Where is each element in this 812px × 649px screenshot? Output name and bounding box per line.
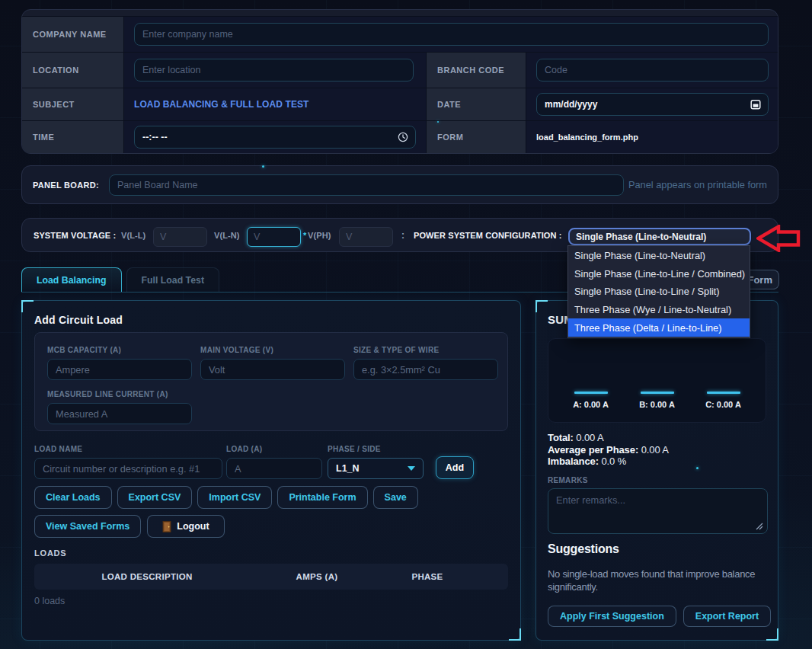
- tab-load-balancing[interactable]: Load Balancing: [21, 267, 122, 292]
- circuit-params-box: MCB CAPACITY (A) MAIN VOLTAGE (V) SIZE &…: [34, 332, 508, 431]
- phase-bar-chart: A: 0.00 A B: 0.00 A C: 0.00 A: [548, 338, 766, 423]
- suggestions-title: Suggestions: [548, 542, 766, 556]
- time-value: --:-- --: [142, 132, 168, 142]
- add-circuit-load-title: Add Circuit Load: [34, 314, 508, 326]
- export-report-button[interactable]: Export Report: [683, 606, 771, 627]
- required-star: *: [303, 231, 306, 240]
- wire-size-label: SIZE & TYPE OF WIRE: [353, 346, 498, 354]
- form-label: FORM: [427, 120, 526, 153]
- phase-side-selected: L1_N: [336, 463, 360, 474]
- measured-current-label: MEASURED LINE CURRENT (A): [47, 390, 192, 398]
- avg-value: 0.00 A: [641, 444, 669, 456]
- dropdown-option-4[interactable]: Three Phase (Wye / Line-to-Neutral): [568, 301, 750, 319]
- calendar-icon[interactable]: [750, 99, 761, 110]
- phase-a-label: A: 0.00 A: [573, 400, 609, 409]
- date-input[interactable]: mm/dd/yyyy: [536, 93, 769, 116]
- logout-button[interactable]: Logout: [147, 515, 224, 538]
- panel-board-label: PANEL BOARD:: [33, 181, 99, 190]
- branch-code-input[interactable]: [536, 59, 769, 82]
- wire-size-input[interactable]: [353, 359, 498, 380]
- load-name-label: LOAD NAME: [34, 445, 222, 453]
- particle-dot: [262, 165, 264, 168]
- main-voltage-input[interactable]: [200, 359, 345, 380]
- total-label: Total:: [548, 432, 574, 443]
- mcb-capacity-label: MCB CAPACITY (A): [47, 346, 192, 354]
- logout-label: Logout: [177, 521, 209, 532]
- dropdown-option-2[interactable]: Single Phase (Line-to-Line / Combined): [568, 265, 750, 283]
- main-voltage-label: MAIN VOLTAGE (V): [200, 346, 345, 354]
- dropdown-option-5[interactable]: Three Phase (Delta / Line-to-Line): [568, 318, 750, 337]
- mcb-capacity-input[interactable]: [47, 359, 192, 380]
- remarks-textarea[interactable]: [548, 488, 768, 534]
- phase-b-label: B: 0.00 A: [639, 400, 675, 409]
- avg-label: Average per Phase:: [548, 444, 638, 456]
- branch-code-label: BRANCH CODE: [427, 52, 526, 88]
- header-info-table: COMPANY NAME LOCATION BRANCH CODE SUBJEC…: [21, 9, 778, 154]
- view-saved-forms-button[interactable]: View Saved Forms: [34, 515, 141, 538]
- phase-a-bar-group: A: 0.00 A: [568, 392, 614, 409]
- company-name-label: COMPANY NAME: [22, 16, 124, 52]
- power-config-label: POWER SYSTEM CONFIGURATION :: [414, 231, 561, 240]
- panel-board-bar: PANEL BOARD: Panel appears on printable …: [21, 165, 778, 204]
- load-a-input[interactable]: [226, 458, 322, 479]
- loads-count: 0 loads: [34, 596, 508, 606]
- annotation-arrow-icon: [756, 225, 802, 252]
- clear-loads-button[interactable]: Clear Loads: [34, 486, 112, 509]
- form-value: load_balancing_form.php: [536, 133, 638, 142]
- imbalance-label: Imbalance:: [548, 456, 599, 467]
- load-name-input[interactable]: [34, 458, 222, 479]
- phase-c-bar-group: C: 0.00 A: [701, 392, 746, 409]
- company-name-input[interactable]: [134, 23, 769, 46]
- printable-form-button[interactable]: Printable Form: [277, 486, 367, 509]
- location-branch-row: LOCATION BRANCH CODE: [22, 52, 778, 88]
- loads-section-label: LOADS: [34, 548, 508, 558]
- vll-input[interactable]: [153, 227, 207, 247]
- loads-table-header: LOAD DESCRIPTION AMPS (A) PHASE: [34, 564, 508, 590]
- power-config-dropdown: Single Phase (Line-to-Neutral) Single Ph…: [567, 245, 750, 338]
- chevron-down-icon: [408, 466, 415, 471]
- suggestions-text: No single-load moves found that improve …: [548, 567, 762, 594]
- vph-input[interactable]: [339, 227, 393, 247]
- summary-totals: Total: 0.00 A Average per Phase: 0.00 A …: [548, 432, 766, 468]
- panel-board-input[interactable]: [109, 174, 624, 196]
- power-config-select[interactable]: Single Phase (Line-to-Neutral): [568, 228, 751, 245]
- col-load-description: LOAD DESCRIPTION: [34, 572, 260, 581]
- save-button[interactable]: Save: [373, 486, 418, 509]
- import-csv-button[interactable]: Import CSV: [197, 486, 272, 509]
- export-csv-button[interactable]: Export CSV: [117, 486, 193, 509]
- time-form-row: TIME --:-- -- FORM load_balancing_form.p…: [22, 120, 778, 153]
- location-label: LOCATION: [22, 52, 124, 88]
- particle-dot: [437, 121, 439, 123]
- apply-first-suggestion-button[interactable]: Apply First Suggestion: [548, 606, 676, 627]
- phase-side-select[interactable]: L1_N: [328, 458, 424, 479]
- power-config-selected: Single Phase (Line-to-Neutral): [576, 232, 706, 242]
- door-icon: [162, 521, 171, 532]
- dropdown-option-3[interactable]: Single Phase (Line-to-Line / Split): [568, 283, 750, 301]
- summary-panel: SUMMARY A: 0.00 A B: 0.00 A C: 0.00 A To…: [535, 300, 778, 641]
- phase-a-bar: [574, 392, 608, 394]
- phase-b-bar-group: B: 0.00 A: [635, 392, 680, 409]
- add-button[interactable]: Add: [436, 456, 474, 479]
- location-input[interactable]: [134, 59, 414, 82]
- subject-label: SUBJECT: [22, 88, 124, 120]
- vln-label: V(L-N): [214, 231, 240, 240]
- phase-side-label: PHASE / SIDE: [328, 445, 424, 453]
- system-voltage-title: SYSTEM VOLTAGE :: [34, 231, 116, 240]
- dropdown-option-1[interactable]: Single Phase (Line-to-Neutral): [568, 247, 750, 265]
- time-input[interactable]: --:-- --: [134, 126, 416, 149]
- imbalance-value: 0.0 %: [601, 456, 626, 467]
- total-value: 0.00 A: [576, 432, 603, 443]
- subject-date-row: SUBJECT LOAD BALANCING & FULL LOAD TEST …: [22, 88, 778, 120]
- date-value: mm/dd/yyyy: [545, 99, 597, 110]
- subject-value: LOAD BALANCING & FULL LOAD TEST: [134, 99, 309, 110]
- time-label: TIME: [22, 120, 124, 153]
- tab-full-load-test[interactable]: Full Load Test: [126, 267, 219, 292]
- measured-current-input[interactable]: [47, 403, 192, 424]
- vln-input[interactable]: [247, 227, 301, 247]
- particle-dot: [696, 467, 699, 469]
- clock-icon[interactable]: [398, 132, 408, 142]
- add-circuit-load-panel: Add Circuit Load MCB CAPACITY (A) MAIN V…: [21, 300, 521, 641]
- phase-c-label: C: 0.00 A: [705, 400, 741, 409]
- phase-c-bar: [707, 392, 740, 394]
- phase-b-bar: [641, 392, 674, 394]
